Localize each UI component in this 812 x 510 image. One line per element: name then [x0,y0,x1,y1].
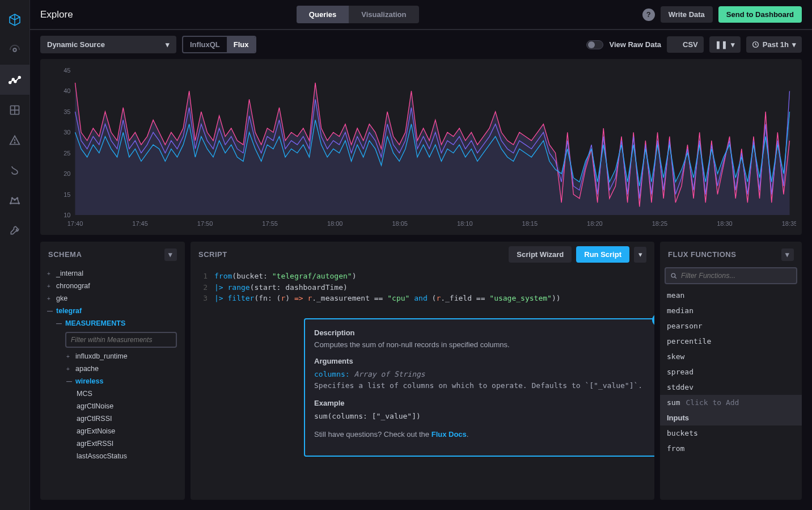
page-title: Explore [40,9,73,20]
close-icon[interactable]: ✕ [652,314,654,326]
schema-collapse-button[interactable]: ▾ [164,248,177,261]
flux-function-item[interactable]: pearsonr [660,318,802,334]
tooltip-desc: Computes the sum of non-null records in … [314,340,650,349]
svg-point-13 [17,197,18,199]
tooltip-arg-type: Array of Strings [354,370,425,378]
flux-function-item[interactable]: spread [660,364,802,380]
schema-field[interactable]: MCS [45,387,180,400]
script-title: SCRIPT [198,250,227,259]
svg-point-10 [10,203,11,204]
svg-text:17:50: 17:50 [197,220,213,227]
source-label: Dynamic Source [47,40,105,49]
flux-category-heading: Inputs [660,410,802,425]
schema-field[interactable]: agrExtNoise [45,425,180,437]
flux-function-list: meanmedianpearsonrpercentileskewspreadst… [660,288,802,500]
flux-function-item[interactable]: stddev [660,380,802,395]
svg-line-37 [675,276,676,278]
send-to-dashboard-button[interactable]: Send to Dashboard [718,6,802,23]
source-dropdown[interactable]: Dynamic Source ▾ [40,36,176,53]
schema-database[interactable]: —telegraf [45,305,180,317]
run-dropdown-button[interactable]: ▾ [634,247,646,263]
schema-measurement[interactable]: —wireless [45,375,180,387]
flux-editor[interactable]: 1from(bucket: "telegraf/autogen")2 |> ra… [191,267,654,307]
download-icon [673,41,679,48]
svg-point-2 [12,78,14,81]
flux-function-item[interactable]: from [660,441,802,456]
flux-search-input[interactable] [681,272,792,280]
script-wizard-button[interactable]: Script Wizard [509,246,572,263]
schema-field[interactable]: lastAssocStatus [45,450,180,462]
language-toggle: InfluxQL Flux [182,36,256,53]
lang-influxql[interactable]: InfluxQL [183,37,227,52]
flux-docs-link[interactable]: Flux Docs [432,430,467,439]
refresh-dropdown[interactable]: ❚❚ ▾ [709,36,741,53]
tab-queries[interactable]: Queries [297,6,349,23]
svg-text:18:15: 18:15 [522,220,538,227]
tab-visualization[interactable]: Visualization [349,6,418,23]
svg-text:40: 40 [64,87,70,94]
schema-title: SCHEMA [48,250,82,259]
query-controls: Dynamic Source ▾ InfluxQL Flux View Raw … [30,30,812,59]
svg-point-12 [14,199,15,200]
schema-database[interactable]: +chronograf [45,280,180,292]
schema-panel: SCHEMA ▾ +_internal+chronograf+gke—teleg… [40,242,185,500]
schema-database[interactable]: +_internal [45,267,180,280]
pause-icon: ❚❚ [715,40,728,49]
csv-button[interactable]: CSV [667,36,704,53]
svg-point-4 [18,76,20,78]
measurements-filter-input[interactable] [65,332,177,348]
time-series-chart[interactable]: 101520253035404517:4017:4517:5017:5518:0… [40,59,802,235]
flux-functions-panel: FLUX FUNCTIONS ▾ meanmedianpearsonrperce… [660,242,802,500]
schema-measurements-heading[interactable]: —MEASUREMENTS [45,317,180,330]
raw-data-toggle[interactable] [586,40,603,49]
lang-flux[interactable]: Flux [227,37,256,52]
svg-text:17:45: 17:45 [132,220,148,227]
nav-config-icon[interactable] [0,215,30,245]
time-range-dropdown[interactable]: Past 1h ▾ [746,36,802,53]
svg-text:20: 20 [64,170,70,177]
run-script-button[interactable]: Run Script [576,246,629,263]
flux-function-item[interactable]: skew [660,349,802,364]
svg-text:17:40: 17:40 [67,220,83,227]
flux-search[interactable] [665,267,797,284]
svg-text:18:10: 18:10 [457,220,473,227]
schema-measurement[interactable]: +apache [45,363,180,375]
flux-function-selected[interactable]: sumClick to Add [660,395,802,410]
logo-icon[interactable] [0,5,30,35]
nav-alerts-icon[interactable] [0,125,30,155]
nav-admin-icon[interactable] [0,185,30,215]
schema-field[interactable]: agrCtlNoise [45,400,180,412]
nav-logs-icon[interactable] [0,155,30,185]
flux-function-item[interactable]: percentile [660,334,802,349]
tooltip-example-heading: Example [314,399,650,407]
svg-text:45: 45 [64,67,70,74]
svg-text:18:05: 18:05 [392,220,408,227]
flux-title: FLUX FUNCTIONS [668,250,736,259]
schema-measurement[interactable]: +influxdb_runtime [45,350,180,363]
chevron-down-icon: ▾ [792,40,796,49]
schema-database[interactable]: +gke [45,292,180,305]
flux-function-item[interactable]: buckets [660,425,802,441]
nav-explore-icon[interactable] [0,65,30,95]
nav-status-icon[interactable] [0,35,30,65]
chevron-down-icon: ▾ [731,40,735,49]
svg-point-1 [9,81,11,83]
flux-function-item[interactable]: mean [660,288,802,303]
svg-text:18:30: 18:30 [717,220,733,227]
tooltip-args-heading: Arguments [314,357,650,365]
tooltip-example: sum(columns: ["_value"]) [314,411,650,422]
svg-text:18:35: 18:35 [782,220,796,227]
schema-field[interactable]: agrExtRSSI [45,437,180,450]
help-icon[interactable]: ? [642,9,655,21]
flux-collapse-button[interactable]: ▾ [781,248,794,261]
view-tabs: Queries Visualization [297,6,419,23]
svg-text:10: 10 [64,212,70,218]
tooltip-arg-desc: Specifies a list of columns on which to … [314,381,642,390]
nav-dashboards-icon[interactable] [0,95,30,125]
function-tooltip: ✕ Description Computes the sum of non-nu… [304,318,654,457]
svg-point-3 [14,80,16,82]
svg-text:15: 15 [64,191,70,198]
schema-field[interactable]: agrCtlRSSI [45,412,180,425]
flux-function-item[interactable]: median [660,303,802,318]
write-data-button[interactable]: Write Data [661,6,713,23]
